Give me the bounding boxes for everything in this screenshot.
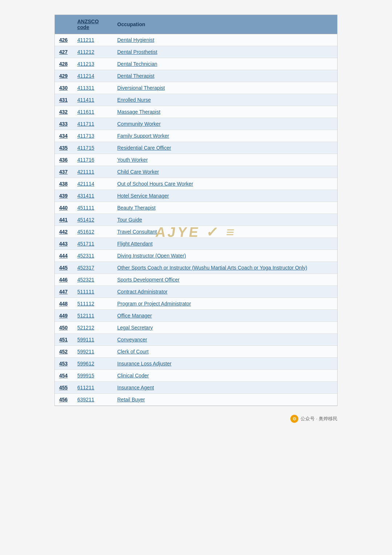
anzsco-code[interactable]: 411611 [73,106,113,118]
anzsco-code[interactable]: 599612 [73,358,113,370]
occupation-name[interactable]: Community Worker [113,118,337,130]
occupation-link[interactable]: Child Care Worker [117,169,159,175]
occupation-link[interactable]: Flight Attendant [117,241,152,247]
occupation-link[interactable]: Contract Administrator [117,289,168,295]
occupation-name[interactable]: Dental Therapist [113,70,337,82]
anzsco-code[interactable]: 452311 [73,250,113,262]
occupation-name[interactable]: Hotel Service Manager [113,190,337,202]
occupation-link[interactable]: Diversional Therapist [117,85,165,91]
anzsco-code-link[interactable]: 451612 [77,229,94,235]
anzsco-code[interactable]: 452321 [73,274,113,286]
occupation-name[interactable]: Tour Guide [113,214,337,226]
anzsco-code[interactable]: 451412 [73,214,113,226]
anzsco-code[interactable]: 611211 [73,382,113,394]
anzsco-code-link[interactable]: 452321 [77,277,94,283]
anzsco-code[interactable]: 451711 [73,238,113,250]
anzsco-code-link[interactable]: 521212 [77,325,94,331]
occupation-name[interactable]: Beauty Therapist [113,202,337,214]
occupation-link[interactable]: Beauty Therapist [117,205,156,211]
anzsco-code-header-link[interactable]: ANZSCO code [77,19,99,30]
occupation-name[interactable]: Travel Consultant [113,226,337,238]
occupation-name[interactable]: Flight Attendant [113,238,337,250]
anzsco-code[interactable]: 599915 [73,370,113,382]
anzsco-code[interactable]: 511111 [73,286,113,298]
anzsco-code[interactable]: 451111 [73,202,113,214]
anzsco-code-link[interactable]: 639211 [77,397,94,402]
anzsco-code-link[interactable]: 421111 [77,169,94,175]
occupation-name[interactable]: Residential Care Officer [113,142,337,154]
anzsco-code-link[interactable]: 411713 [77,133,94,139]
anzsco-code-link[interactable]: 599111 [77,337,94,343]
anzsco-code[interactable]: 639211 [73,394,113,406]
occupation-name[interactable]: Dental Prosthetist [113,46,337,58]
occupation-link[interactable]: Office Manager [117,313,152,319]
anzsco-code-link[interactable]: 451412 [77,217,94,223]
anzsco-code-link[interactable]: 411212 [77,49,94,55]
occupation-link[interactable]: Legal Secretary [117,325,153,331]
anzsco-code-link[interactable]: 451111 [77,205,94,211]
anzsco-code[interactable]: 431411 [73,190,113,202]
occupation-link[interactable]: Enrolled Nurse [117,97,151,103]
occupation-link[interactable]: Program or Project Administrator [117,301,191,307]
anzsco-code[interactable]: 411411 [73,94,113,106]
occupation-link[interactable]: Sports Development Officer [117,277,180,283]
anzsco-code[interactable]: 411211 [73,34,113,46]
anzsco-code-link[interactable]: 421114 [77,181,94,187]
anzsco-code[interactable]: 411711 [73,118,113,130]
anzsco-code-link[interactable]: 512111 [77,313,94,319]
anzsco-code[interactable]: 421114 [73,178,113,190]
anzsco-code[interactable]: 512111 [73,310,113,322]
anzsco-code-link[interactable]: 411213 [77,61,94,67]
anzsco-code-link[interactable]: 599211 [77,349,94,355]
occupation-name[interactable]: Enrolled Nurse [113,94,337,106]
anzsco-code-link[interactable]: 411311 [77,85,94,91]
anzsco-code[interactable]: 421111 [73,166,113,178]
anzsco-code-link[interactable]: 511112 [77,301,94,307]
anzsco-code-link[interactable]: 411716 [77,157,94,163]
occupation-name[interactable]: Conveyancer [113,334,337,346]
anzsco-code[interactable]: 411713 [73,130,113,142]
occupation-link[interactable]: Dental Hygienist [117,37,154,43]
occupation-name[interactable]: Office Manager [113,310,337,322]
occupation-name[interactable]: Other Sports Coach or Instructor (Wushu … [113,262,337,274]
anzsco-code-link[interactable]: 451711 [77,241,94,247]
anzsco-code-link[interactable]: 411711 [77,121,94,127]
occupation-link[interactable]: Tour Guide [117,217,142,223]
anzsco-code[interactable]: 411214 [73,70,113,82]
occupation-link[interactable]: Dental Therapist [117,73,154,79]
occupation-name[interactable]: Diversional Therapist [113,82,337,94]
anzsco-code[interactable]: 452317 [73,262,113,274]
occupation-link[interactable]: Conveyancer [117,337,147,343]
occupation-name[interactable]: Dental Hygienist [113,34,337,46]
anzsco-code-link[interactable]: 411411 [77,97,94,103]
anzsco-code[interactable]: 411715 [73,142,113,154]
anzsco-code-link[interactable]: 411214 [77,73,94,79]
occupation-name[interactable]: Retail Buyer [113,394,337,406]
occupation-name[interactable]: Dental Technician [113,58,337,70]
occupation-link[interactable]: Retail Buyer [117,397,145,402]
occupation-name[interactable]: Child Care Worker [113,166,337,178]
occupation-name[interactable]: Massage Therapist [113,106,337,118]
occupation-name[interactable]: Youth Worker [113,154,337,166]
occupation-link[interactable]: Youth Worker [117,157,148,163]
anzsco-code[interactable]: 451612 [73,226,113,238]
occupation-name[interactable]: Diving Instructor (Open Water) [113,250,337,262]
anzsco-code[interactable]: 411311 [73,82,113,94]
occupation-name[interactable]: Sports Development Officer [113,274,337,286]
occupation-name[interactable]: Clerk of Court [113,346,337,358]
occupation-link[interactable]: Clerk of Court [117,349,148,355]
occupation-name[interactable]: Family Support Worker [113,130,337,142]
anzsco-code-link[interactable]: 411611 [77,109,94,115]
anzsco-code-link[interactable]: 511111 [77,289,94,295]
anzsco-code-link[interactable]: 452311 [77,253,94,259]
anzsco-code[interactable]: 511112 [73,298,113,310]
occupation-link[interactable]: Hotel Service Manager [117,193,169,199]
occupation-link[interactable]: Clinical Coder [117,373,149,378]
occupation-name[interactable]: Contract Administrator [113,286,337,298]
anzsco-code-link[interactable]: 411715 [77,145,94,151]
anzsco-code-link[interactable]: 611211 [77,385,94,390]
anzsco-code-link[interactable]: 599612 [77,361,94,366]
occupation-link[interactable]: Insurance Loss Adjuster [117,361,171,366]
anzsco-code[interactable]: 411716 [73,154,113,166]
occupation-link[interactable]: Dental Technician [117,61,157,67]
